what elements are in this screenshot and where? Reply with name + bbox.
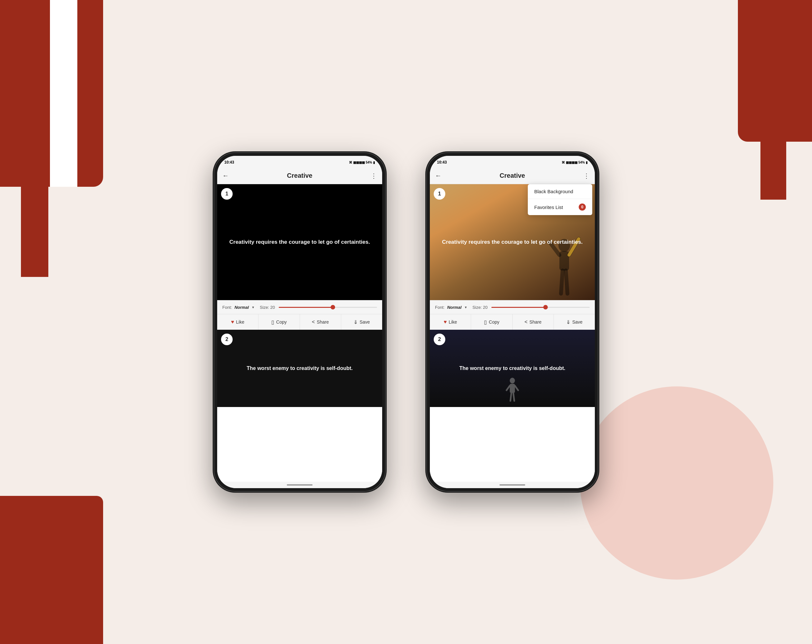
share-button-right[interactable]: < Share — [513, 314, 554, 330]
bottom-indicator-right — [499, 484, 525, 486]
quote-number-2-left: 2 — [221, 333, 233, 345]
save-label-right: Save — [572, 320, 583, 324]
status-bar-right: 10:43 ⌘ ▦▦▦▦ 54% ▮ — [430, 156, 595, 167]
status-time-right: 10:43 — [437, 160, 447, 164]
svg-point-7 — [510, 378, 515, 384]
copy-icon-left: ▯ — [271, 319, 274, 325]
font-label-left: Font: — [222, 305, 232, 310]
save-icon-left: ⇓ — [354, 319, 358, 325]
copy-button-left[interactable]: ▯ Copy — [258, 314, 300, 330]
quote-text-1-right: Creativity requires the courage to let g… — [442, 238, 583, 246]
share-icon-left: < — [312, 319, 315, 325]
save-icon-right: ⇓ — [566, 319, 570, 325]
svg-line-4 — [561, 271, 563, 294]
svg-line-9 — [507, 386, 510, 390]
copy-button-right[interactable]: ▯ Copy — [471, 314, 512, 330]
svg-line-10 — [515, 386, 518, 390]
menu-button-right[interactable]: ⋮ — [579, 172, 590, 180]
like-label-left: Like — [236, 320, 244, 324]
quote-number-2-right: 2 — [434, 333, 445, 345]
action-bar-1-left: ♥ Like ▯ Copy < Share ⇓ — [217, 314, 382, 330]
size-slider-right[interactable] — [491, 307, 590, 308]
phone-right: 10:43 ⌘ ▦▦▦▦ 54% ▮ ← Creative ⋮ — [425, 151, 599, 493]
font-select-left[interactable]: Normal — [235, 305, 249, 310]
content-area-right: 1 Creativity requires the courage to let… — [430, 184, 595, 482]
app-bar-left: ← Creative ⋮ — [217, 167, 382, 184]
bg-decoration-mid-left — [21, 174, 48, 277]
heart-icon-right: ♥ — [444, 319, 447, 325]
svg-line-12 — [513, 393, 514, 401]
dropdown-item-black-bg[interactable]: Black Background — [528, 184, 592, 199]
size-slider-thumb-right — [543, 305, 548, 309]
save-button-right[interactable]: ⇓ Save — [554, 314, 595, 330]
copy-icon-right: ▯ — [484, 319, 487, 325]
like-button-right[interactable]: ♥ Like — [430, 314, 471, 330]
quote-text-1-left: Creativity requires the courage to let g… — [229, 238, 370, 246]
dropdown-menu-right: Black Background Favorites List 0 — [528, 184, 592, 215]
app-bar-right: ← Creative ⋮ Black Background Favorites … — [430, 167, 595, 184]
like-button-left[interactable]: ♥ Like — [217, 314, 258, 330]
heart-icon-left: ♥ — [231, 319, 234, 325]
status-icons-left: ⌘ ▦▦▦▦ 54% ▮ — [349, 161, 375, 164]
bottom-indicator-left — [287, 484, 313, 486]
back-button-right[interactable]: ← — [435, 172, 445, 180]
signal-icon-right: ▦▦▦▦ — [566, 161, 577, 164]
size-label-right: Size: 20 — [472, 305, 487, 310]
app-title-left: Creative — [233, 172, 367, 180]
bg-decoration-pink-circle — [580, 387, 773, 580]
dropdown-black-bg-label: Black Background — [534, 189, 573, 194]
quote-card-2-left: 2 The worst enemy to creativity is self-… — [217, 330, 382, 407]
share-button-left[interactable]: < Share — [300, 314, 341, 330]
svg-line-11 — [510, 393, 511, 401]
quote-card-1-left: 1 Creativity requires the courage to let… — [217, 184, 382, 300]
bg-decoration-bottom-left — [0, 496, 103, 644]
app-title-right: Creative — [445, 172, 579, 180]
content-area-left: 1 Creativity requires the courage to let… — [217, 184, 382, 482]
battery-right: 54% — [578, 161, 585, 164]
size-slider-fill-right — [491, 307, 545, 308]
quote-number-1-right: 1 — [434, 188, 445, 199]
small-person-silhouette — [503, 377, 522, 404]
share-icon-right: < — [525, 319, 528, 325]
dropdown-favorites-label: Favorites List — [534, 204, 563, 210]
svg-rect-8 — [510, 384, 515, 393]
status-bar-left: 10:43 ⌘ ▦▦▦▦ 54% ▮ — [217, 156, 382, 167]
quote-text-2-right: The worst enemy to creativity is self-do… — [459, 364, 566, 372]
like-label-right: Like — [449, 320, 457, 324]
quote-card-2-right: 2 — [430, 330, 595, 407]
copy-label-left: Copy — [276, 320, 287, 324]
size-slider-left[interactable] — [279, 307, 377, 308]
battery-icon-left: ▮ — [373, 161, 375, 164]
font-select-right[interactable]: Normal — [447, 305, 462, 310]
phones-container: 10:43 ⌘ ▦▦▦▦ 54% ▮ ← Creative ⋮ — [213, 151, 599, 493]
phone-right-screen: 10:43 ⌘ ▦▦▦▦ 54% ▮ ← Creative ⋮ — [430, 156, 595, 488]
font-label-right: Font: — [435, 305, 445, 310]
size-label-left: Size: 20 — [260, 305, 275, 310]
quote-number-1-left: 1 — [221, 188, 233, 199]
bottom-bar-left — [217, 482, 382, 488]
wifi-icon-left: ⌘ — [349, 161, 352, 164]
size-slider-thumb-left — [331, 305, 335, 309]
battery-left: 54% — [366, 161, 372, 164]
status-icons-right: ⌘ ▦▦▦▦ 54% ▮ — [562, 161, 588, 164]
save-label-left: Save — [360, 320, 370, 324]
back-button-left[interactable]: ← — [222, 172, 233, 180]
phone-left-screen: 10:43 ⌘ ▦▦▦▦ 54% ▮ ← Creative ⋮ — [217, 156, 382, 488]
font-arrow-left: ▼ — [251, 306, 255, 309]
quote-text-2-left: The worst enemy to creativity is self-do… — [247, 364, 353, 372]
battery-icon-right: ▮ — [586, 161, 588, 164]
share-label-right: Share — [530, 320, 541, 324]
favorites-badge: 0 — [579, 204, 586, 210]
dropdown-item-favorites[interactable]: Favorites List 0 — [528, 199, 592, 215]
phone-left: 10:43 ⌘ ▦▦▦▦ 54% ▮ ← Creative ⋮ — [213, 151, 387, 493]
save-button-left[interactable]: ⇓ Save — [341, 314, 382, 330]
share-label-left: Share — [317, 320, 329, 324]
signal-icon-left: ▦▦▦▦ — [353, 161, 365, 164]
copy-label-right: Copy — [489, 320, 499, 324]
bg-decoration-mid-right — [760, 116, 786, 199]
wifi-icon-right: ⌘ — [562, 161, 565, 164]
font-controls-left: Font: Normal ▼ Size: 20 — [217, 300, 382, 314]
font-arrow-right: ▼ — [464, 306, 467, 309]
menu-button-left[interactable]: ⋮ — [367, 172, 377, 180]
bg-decoration-white-bar — [50, 0, 77, 187]
